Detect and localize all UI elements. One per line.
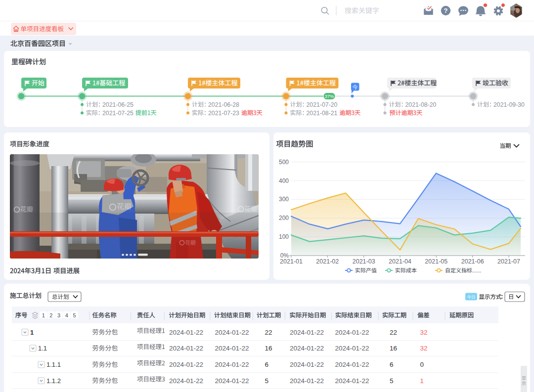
svg-text:2024-01-22: 2024-01-22	[290, 329, 324, 336]
svg-text:300: 300	[279, 196, 289, 203]
svg-text::: :	[501, 293, 503, 300]
svg-text:6: 6	[390, 361, 394, 368]
svg-text:1.1.1: 1.1.1	[46, 361, 61, 368]
svg-text:2024-01-22: 2024-01-22	[290, 345, 324, 352]
svg-text:2024-01-22: 2024-01-22	[335, 361, 369, 368]
svg-text:16: 16	[265, 345, 272, 352]
svg-text:2021-06-25: 2021-06-25	[102, 101, 134, 108]
svg-text:200: 200	[279, 215, 289, 221]
svg-text:2021-07-25: 2021-07-25	[102, 110, 134, 117]
svg-text:1.1.2: 1.1.2	[46, 377, 61, 385]
svg-text:2024-01-22: 2024-01-22	[335, 329, 369, 336]
svg-text:2021-08-21: 2021-08-21	[307, 110, 338, 117]
svg-text:2024-01-22: 2024-01-22	[290, 377, 324, 385]
svg-text:1: 1	[420, 377, 424, 385]
svg-text:2024-01-22: 2024-01-22	[215, 345, 249, 352]
svg-text:2021-08-20: 2021-08-20	[405, 101, 437, 108]
svg-text:2021-05: 2021-05	[425, 258, 447, 265]
svg-text:2024-01-22: 2024-01-22	[335, 377, 369, 385]
svg-text:1: 1	[42, 312, 45, 318]
svg-text:1.1: 1.1	[38, 345, 47, 352]
svg-text:2021-09-30: 2021-09-30	[493, 101, 525, 108]
svg-text:4: 4	[65, 312, 68, 318]
svg-text:2021-07: 2021-07	[497, 258, 520, 265]
svg-text:22: 22	[390, 329, 397, 336]
svg-text:16: 16	[390, 345, 397, 352]
svg-text:2: 2	[49, 312, 52, 318]
svg-text:......: ......	[472, 267, 481, 273]
svg-text:2021-02: 2021-02	[316, 258, 339, 265]
svg-text:2021-04: 2021-04	[389, 258, 411, 265]
svg-text:2024-01-22: 2024-01-22	[169, 329, 203, 336]
svg-text:37%: 37%	[324, 93, 334, 99]
svg-text:6: 6	[265, 361, 269, 368]
svg-text:2021-06: 2021-06	[461, 258, 484, 265]
svg-text:3: 3	[57, 312, 60, 318]
svg-text:2024-01-22: 2024-01-22	[335, 345, 369, 352]
svg-text:2021-07-20: 2021-07-20	[307, 101, 338, 108]
svg-text:?: ?	[444, 7, 448, 14]
svg-text:400: 400	[279, 177, 289, 184]
svg-text:500: 500	[279, 159, 289, 166]
svg-text:2024-01-22: 2024-01-22	[290, 361, 324, 368]
svg-text:100: 100	[279, 233, 289, 240]
svg-text:2024-01-22: 2024-01-22	[169, 377, 203, 385]
svg-text:32: 32	[420, 345, 428, 352]
svg-text:2024-01-22: 2024-01-22	[215, 361, 249, 368]
svg-text:2024-01-22: 2024-01-22	[215, 329, 249, 336]
svg-text:5: 5	[265, 377, 269, 385]
svg-text:0: 0	[420, 361, 424, 368]
svg-text:2024-01-22: 2024-01-22	[215, 377, 249, 385]
svg-text:2021-06-28: 2021-06-28	[208, 101, 239, 108]
svg-text:2021-03: 2021-03	[353, 258, 375, 265]
svg-text:1: 1	[30, 329, 34, 336]
svg-text:32: 32	[420, 329, 428, 336]
svg-text:2024-01-22: 2024-01-22	[169, 345, 203, 352]
svg-text:2021-07-23: 2021-07-23	[208, 110, 239, 117]
svg-text:2021-01: 2021-01	[280, 258, 303, 265]
svg-text:2024-01-22: 2024-01-22	[169, 361, 203, 368]
svg-text:22: 22	[265, 329, 272, 336]
svg-text:5: 5	[73, 312, 76, 318]
svg-text:5: 5	[390, 377, 394, 385]
